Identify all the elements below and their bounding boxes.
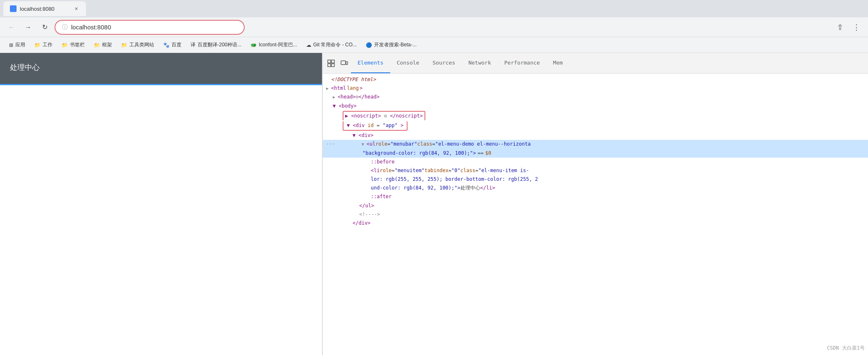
browser-tab[interactable]: localhost:8080 ✕ [3,1,86,16]
security-icon: ⓘ [62,24,68,31]
svg-rect-4 [341,61,346,65]
ul-triangle[interactable] [362,141,367,148]
bookmark-apps[interactable]: ⊞ 应用 [5,40,29,50]
dom-doctype[interactable]: <!DOCTYPE html> [323,75,868,84]
devtools-toolbar: Elements Console Sources Network Perform… [323,53,868,74]
bookmark-bookmarks-label: 书签栏 [70,41,85,48]
tab-close-button[interactable]: ✕ [73,5,79,12]
tab-console[interactable]: Console [390,53,426,73]
svg-rect-2 [328,64,331,67]
bookmark-framework-label: 框架 [102,41,112,48]
dom-ul-line1[interactable]: ··· <ul role = "menubar" class = "el-men… [323,140,868,149]
tab-network[interactable]: Network [462,53,498,73]
dom-after[interactable]: ::after [323,192,868,201]
bookmarks-bar: ⊞ 应用 📁 工作 📁 书签栏 📁 框架 📁 工具类网站 🐾 百度 译 百度翻译… [0,37,868,53]
svg-rect-5 [346,62,348,65]
dom-comment[interactable]: <!----> [323,210,868,219]
tab-bar: localhost:8080 ✕ [0,0,868,17]
git-icon: ☁ [306,42,311,48]
iconfont-icon: 🐲 [250,42,257,48]
folder-icon-2: 📁 [62,42,68,48]
tab-sources[interactable]: Sources [426,53,462,73]
browser-chrome: localhost:8080 ✕ ← → ↻ ⓘ localhost:8080 … [0,0,868,53]
address-bar[interactable]: ⓘ localhost:8080 [55,20,245,35]
dom-li-line2[interactable]: lor: rgb(255, 255, 255); border-bottom-c… [323,175,868,184]
responsive-mode-button[interactable] [338,57,351,70]
bookmark-iconfont[interactable]: 🐲 Iconfont-阿里巴... [246,40,301,50]
share-button[interactable]: ⇧ [833,21,847,34]
dom-div-app[interactable]: ▼ <div id = "app" > [323,121,868,131]
tab-elements[interactable]: Elements [351,53,390,73]
dom-li-line1[interactable]: <li role = "menuitem" tabindex = "0" cla… [323,166,868,175]
tab-memory[interactable]: Mem [546,53,569,73]
dom-div-close[interactable]: </div> [323,219,868,228]
page-header: 处理中心 [0,53,322,82]
red-outline-div-app: ▼ <div id = "app" > [343,121,408,131]
dom-li-line3[interactable]: und-color: rgb(84, 92, 100);"> 处理中心 </li… [323,184,868,192]
page-nav-bar [0,82,322,85]
svg-rect-1 [331,60,334,63]
bookmark-translate-label: 百度翻译-200种语... [198,41,241,48]
bookmark-iconfont-label: Iconfont-阿里巴... [259,41,297,48]
reload-button[interactable]: ↻ [38,21,51,34]
bookmark-git[interactable]: ☁ Git 常用命令 - CO... [302,40,361,50]
baidu-icon: 🐾 [163,42,169,48]
url-text: localhost:8080 [71,24,111,31]
bookmark-bookmarks[interactable]: 📁 书签栏 [57,40,89,50]
red-outline-start: ▶ <noscript> ⚙ </noscript> [343,111,425,120]
back-button[interactable]: ← [5,21,18,34]
bookmark-tools-label: 工具类网站 [129,41,154,48]
tab-label: localhost:8080 [20,6,55,12]
dom-html[interactable]: <html lang > [323,84,868,93]
bookmark-tools[interactable]: 📁 工具类网站 [117,40,158,50]
page-content: 处理中心 [0,53,322,355]
dom-before[interactable]: ::before [323,158,868,166]
inspect-element-button[interactable] [324,57,338,70]
folder-icon-3: 📁 [94,42,100,48]
head-triangle[interactable] [333,94,338,101]
translate-icon: 译 [191,41,196,48]
main-area: 处理中心 Elements Console [0,53,868,355]
dom-body[interactable]: ▼ <body> [323,102,868,110]
bookmark-dev-search[interactable]: 🔵 开发者搜索-Beta-... [362,40,421,50]
tab-favicon [10,5,17,12]
dom-head[interactable]: <head> ⚙ </head> [323,93,868,101]
bookmark-dev-search-label: 开发者搜索-Beta-... [374,41,417,48]
page-title: 处理中心 [10,62,40,72]
dom-noscript[interactable]: ▶ <noscript> ⚙ </noscript> [323,110,868,121]
forward-button[interactable]: → [21,21,35,34]
csdn-watermark: CSDN 大白菜1号 [827,345,865,352]
more-button[interactable]: ⋮ [850,21,863,34]
dots-icon: ··· [326,140,335,148]
html-triangle[interactable] [326,85,331,92]
folder-icon-4: 📁 [121,42,127,48]
dom-div-inner[interactable]: ▼ <div> [323,131,868,140]
bookmark-apps-label: 应用 [15,41,25,48]
devtools-panel: Elements Console Sources Network Perform… [322,53,868,355]
bookmark-framework[interactable]: 📁 框架 [90,40,116,50]
nav-bar: ← → ↻ ⓘ localhost:8080 ⇧ ⋮ [0,17,868,37]
apps-icon: ⊞ [9,42,13,48]
dev-search-icon: 🔵 [366,42,372,48]
dom-ul-line2[interactable]: "background-color: rgb(84, 92, 100);"> =… [323,149,868,158]
devtools-content[interactable]: <!DOCTYPE html> <html lang > <head> ⚙ </… [323,74,868,355]
folder-icon: 📁 [34,42,41,48]
bookmark-git-label: Git 常用命令 - CO... [313,41,357,48]
bookmark-work[interactable]: 📁 工作 [30,40,57,50]
dom-ul-close[interactable]: </ul> [323,201,868,210]
svg-rect-3 [331,64,334,67]
bookmark-work-label: 工作 [43,41,52,48]
bookmark-baidu-label: 百度 [172,41,181,48]
bookmark-baidu[interactable]: 🐾 百度 [159,40,186,50]
svg-rect-0 [328,60,331,63]
tab-performance[interactable]: Performance [498,53,546,73]
bookmark-translate[interactable]: 译 百度翻译-200种语... [186,40,246,50]
